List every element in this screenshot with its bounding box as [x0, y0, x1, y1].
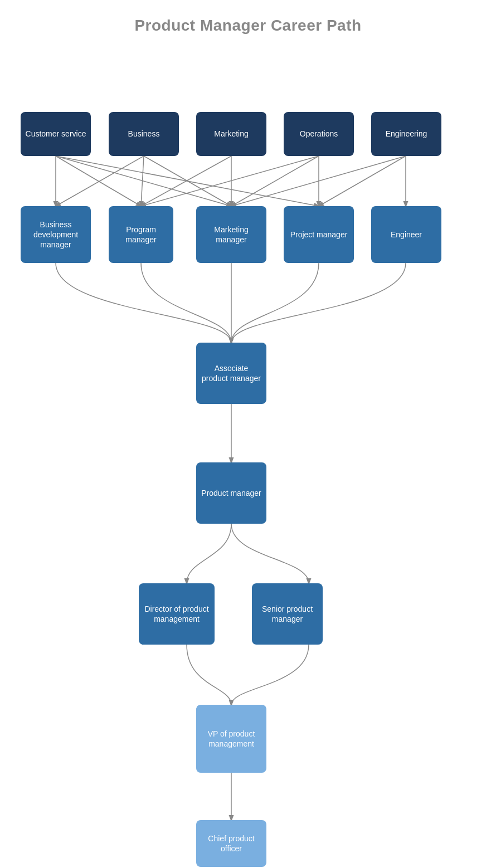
node-director-pm: Director of product management: [139, 583, 215, 645]
node-operations: Operations: [284, 112, 354, 156]
svg-line-14: [231, 156, 406, 206]
svg-line-4: [141, 156, 144, 206]
page-title: Product Manager Career Path: [0, 0, 496, 46]
node-marketing-top: Marketing: [196, 112, 266, 156]
node-engineering: Engineering: [371, 112, 441, 156]
node-senior-pm: Senior product manager: [252, 583, 323, 645]
svg-line-9: [319, 156, 406, 206]
svg-line-11: [144, 156, 231, 206]
node-vp-pm: VP of product management: [196, 705, 266, 773]
node-engineer: Engineer: [371, 206, 441, 263]
node-project-manager: Project manager: [284, 206, 354, 263]
svg-line-13: [231, 156, 319, 206]
node-product-manager: Product manager: [196, 462, 266, 524]
svg-line-2: [56, 156, 231, 206]
node-chief-po: Chief product officer: [196, 820, 266, 867]
svg-line-7: [141, 156, 319, 206]
node-associate-pm: Associate product manager: [196, 343, 266, 404]
svg-line-10: [56, 156, 319, 206]
node-program-manager: Program manager: [109, 206, 173, 263]
svg-line-12: [141, 156, 231, 206]
career-path-diagram: Customer service Business Marketing Oper…: [0, 46, 496, 868]
node-biz-dev-manager: Business development manager: [21, 206, 91, 263]
node-business: Business: [109, 112, 179, 156]
node-marketing-manager: Marketing manager: [196, 206, 266, 263]
svg-line-1: [56, 156, 141, 206]
node-customer-service: Customer service: [21, 112, 91, 156]
svg-line-3: [56, 156, 144, 206]
